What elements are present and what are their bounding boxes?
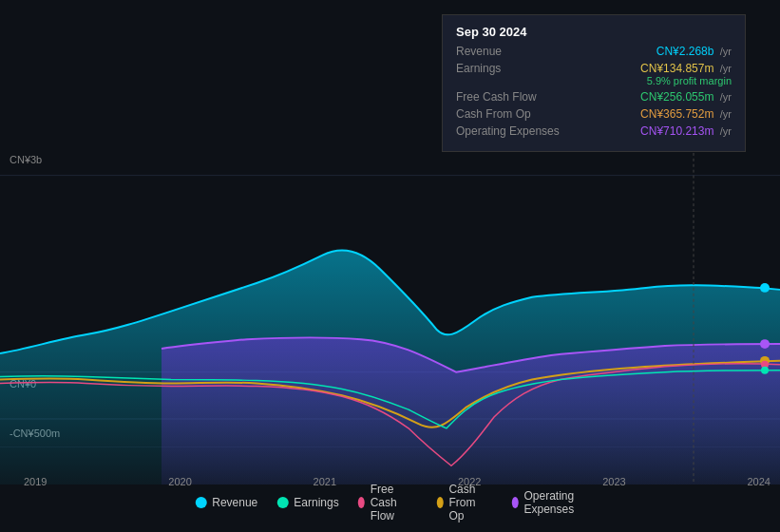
tooltip-opex-label: Operating Expenses (456, 124, 560, 138)
chart-legend: Revenue Earnings Free Cash Flow Cash Fro… (195, 483, 585, 522)
x-label-2023: 2023 (602, 476, 625, 487)
svg-point-9 (761, 367, 769, 374)
chart-svg (0, 147, 780, 484)
x-label-2024: 2024 (747, 476, 770, 487)
tooltip-cashfromop-label: Cash From Op (456, 107, 531, 121)
legend-earnings-dot (276, 497, 288, 508)
tooltip-profit-margin: 5.9% profit margin (640, 75, 732, 86)
tooltip-cashfromop-row: Cash From Op CN¥365.752m /yr (456, 107, 732, 121)
legend-earnings[interactable]: Earnings (276, 496, 338, 509)
legend-revenue[interactable]: Revenue (195, 496, 257, 509)
tooltip-opex-row: Operating Expenses CN¥710.213m /yr (456, 124, 732, 138)
x-label-2020: 2020 (168, 476, 191, 487)
svg-point-6 (760, 339, 770, 349)
chart-area (0, 147, 780, 484)
x-label-2019: 2019 (24, 476, 47, 487)
svg-point-5 (760, 283, 770, 293)
legend-opex-dot (511, 497, 518, 508)
legend-earnings-label: Earnings (294, 496, 338, 509)
tooltip-date: Sep 30 2024 (456, 25, 732, 39)
tooltip-fcf-row: Free Cash Flow CN¥256.055m /yr (456, 90, 732, 104)
tooltip-opex-value: CN¥710.213m /yr (640, 124, 732, 138)
legend-opex-label: Operating Expenses (523, 489, 584, 516)
tooltip-fcf-value: CN¥256.055m /yr (640, 90, 732, 104)
tooltip-revenue-row: Revenue CN¥2.268b /yr (456, 45, 732, 58)
legend-fcf-dot (358, 497, 365, 508)
tooltip-earnings-value: CN¥134.857m /yr (640, 62, 732, 75)
legend-cashfromop-dot (436, 497, 443, 508)
tooltip-earnings-label: Earnings (456, 62, 501, 75)
legend-fcf[interactable]: Free Cash Flow (358, 483, 418, 522)
legend-cashfromop-label: Cash From Op (448, 483, 492, 522)
tooltip-revenue-label: Revenue (456, 45, 502, 58)
tooltip-revenue-value: CN¥2.268b /yr (656, 45, 732, 58)
tooltip-earnings-row: Earnings CN¥134.857m /yr 5.9% profit mar… (456, 62, 732, 86)
data-tooltip: Sep 30 2024 Revenue CN¥2.268b /yr Earnin… (442, 14, 746, 152)
tooltip-cashfromop-value: CN¥365.752m /yr (640, 107, 732, 121)
legend-revenue-dot (195, 497, 206, 508)
legend-revenue-label: Revenue (212, 496, 257, 509)
tooltip-fcf-label: Free Cash Flow (456, 90, 537, 104)
legend-opex[interactable]: Operating Expenses (511, 489, 584, 516)
legend-fcf-label: Free Cash Flow (371, 483, 418, 522)
legend-cashfromop[interactable]: Cash From Op (436, 483, 492, 522)
